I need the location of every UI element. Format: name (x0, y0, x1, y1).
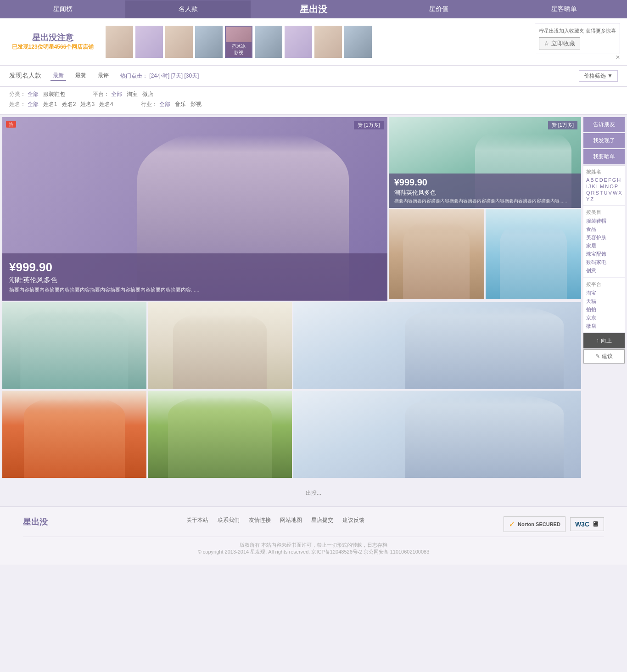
banner-close-button[interactable]: ✕ (616, 54, 620, 61)
letter-z[interactable]: Z (590, 196, 593, 202)
celebrity-photo-4[interactable] (195, 26, 223, 58)
name-3[interactable]: 姓名3 (80, 101, 95, 108)
letter-u[interactable]: U (604, 190, 608, 196)
letter-v[interactable]: V (609, 190, 612, 196)
product-card-9[interactable] (148, 391, 292, 478)
letter-e[interactable]: E (604, 177, 607, 183)
platform-weidian[interactable]: 微店 (142, 90, 153, 98)
celebrity-photo-9[interactable] (344, 26, 372, 58)
cat-digital[interactable]: 数码家电 (586, 259, 622, 266)
footer-sitemap[interactable]: 网站地图 (280, 516, 302, 524)
industry-film[interactable]: 影视 (190, 101, 202, 108)
letter-t[interactable]: T (600, 190, 603, 196)
category-clothing[interactable]: 服装鞋包 (43, 90, 65, 98)
product-card-6[interactable] (148, 302, 292, 389)
footer-feedback[interactable]: 建议反馈 (342, 516, 364, 524)
letter-x[interactable]: X (618, 190, 621, 196)
letter-i[interactable]: I (586, 184, 588, 189)
product-card-1[interactable]: 热 赞 [1万多] ¥999.90 潮鞋英伦风多色 摘要内容摘要内容摘要内容摘要… (2, 117, 387, 301)
platform-taobao[interactable]: 淘宝 (127, 90, 138, 98)
filter-tab-mostliked[interactable]: 最赞 (73, 71, 89, 81)
hot-clicks-30d[interactable]: [30天] (184, 73, 199, 79)
cat-food[interactable]: 食品 (586, 226, 622, 233)
hot-clicks-24h[interactable]: [24小时] (149, 73, 169, 79)
cat-clothing[interactable]: 服装鞋帽 (586, 218, 622, 224)
platform-all[interactable]: 全部 (111, 90, 122, 98)
suggest-button[interactable]: ✎ 建议 (583, 349, 625, 364)
price-filter-button[interactable]: 价格筛选 ▼ (579, 70, 618, 82)
product-card-8[interactable] (2, 391, 146, 478)
plat-weidian[interactable]: 微店 (586, 323, 622, 330)
product-card-5[interactable] (2, 302, 146, 389)
filter-tab-mostreviewed[interactable]: 最评 (95, 71, 111, 81)
footer-about[interactable]: 关于本站 (186, 516, 208, 524)
nav-star-value[interactable]: 星价值 (376, 0, 502, 18)
name-all[interactable]: 全部 (28, 101, 39, 108)
letter-c[interactable]: C (595, 177, 599, 183)
tell-friend-button[interactable]: 告诉朋友 (583, 117, 625, 132)
industry-all[interactable]: 全部 (159, 101, 170, 108)
filter-tab-newest[interactable]: 最新 (50, 71, 66, 81)
show-off-button[interactable]: 我要晒单 (583, 149, 625, 164)
product-card-2[interactable]: 赞 [1万多] ¥999.90 潮鞋英伦风多色 摘要内容摘要内容摘要内容摘要内容… (389, 117, 581, 208)
letter-y[interactable]: Y (586, 196, 589, 202)
letter-j[interactable]: J (588, 184, 591, 189)
letter-s[interactable]: S (596, 190, 599, 196)
industry-music[interactable]: 音乐 (175, 101, 186, 108)
letter-f[interactable]: F (608, 177, 611, 183)
celebrity-photo-8[interactable] (314, 26, 342, 58)
celebrity-photo-5-fanbing[interactable]: 范冰冰影视 (225, 26, 252, 58)
nav-star-chart[interactable]: 星闻榜 (0, 0, 125, 18)
celebrity-photo-2[interactable] (135, 26, 163, 58)
nav-celebrity[interactable]: 名人款 (125, 0, 251, 18)
celebrity-photo-1[interactable] (106, 26, 133, 58)
letter-m[interactable]: M (600, 184, 604, 189)
hot-clicks-7d[interactable]: [7天] (171, 73, 183, 79)
cat-creative[interactable]: 创意 (586, 267, 622, 274)
scroll-up-button[interactable]: ↑ 向上 (583, 333, 625, 348)
footer-contact[interactable]: 联系我们 (218, 516, 240, 524)
letter-p[interactable]: P (615, 184, 618, 189)
industry-options: 全部 音乐 影视 (159, 101, 202, 108)
cat-beauty[interactable]: 美容护肤 (586, 234, 622, 241)
product-card-10-boy[interactable] (293, 391, 582, 478)
cat-jewelry[interactable]: 珠宝配饰 (586, 251, 622, 258)
letter-q[interactable]: Q (586, 190, 590, 196)
plat-tmall[interactable]: 天猫 (586, 298, 622, 305)
cat-home[interactable]: 家居 (586, 242, 622, 249)
letter-o[interactable]: O (610, 184, 614, 189)
plat-taobao[interactable]: 淘宝 (586, 290, 622, 297)
product-card-3[interactable] (389, 209, 484, 299)
letter-w[interactable]: W (613, 190, 617, 196)
letter-a[interactable]: A (586, 177, 589, 183)
letter-g[interactable]: G (612, 177, 616, 183)
category-all[interactable]: 全部 (28, 90, 39, 98)
nav-fan-order[interactable]: 星客晒单 (502, 0, 627, 18)
load-more: 出没... (0, 480, 627, 506)
plat-jd[interactable]: 京东 (586, 314, 622, 321)
i-found-button[interactable]: 我发现了 (583, 133, 625, 148)
letter-n[interactable]: N (605, 184, 609, 189)
name-4[interactable]: 姓名4 (99, 101, 113, 108)
category-row: 分类： 全部 服装鞋包 平台： 全部 淘宝 微店 (9, 90, 618, 98)
celebrity-photo-7[interactable] (285, 26, 312, 58)
product-name-2: 潮鞋英伦风多色 (394, 189, 576, 197)
celebrity-photo-6[interactable] (255, 26, 282, 58)
letter-r[interactable]: R (591, 190, 595, 196)
letter-d[interactable]: D (599, 177, 603, 183)
footer-store-submit[interactable]: 星店提交 (311, 516, 333, 524)
celebrity-photo-3[interactable] (165, 26, 193, 58)
product-card-7-boy[interactable] (293, 302, 582, 389)
letter-k[interactable]: K (592, 184, 595, 189)
plat-paipai[interactable]: 拍拍 (586, 306, 622, 313)
letter-l[interactable]: L (596, 184, 599, 189)
product-price-2: ¥999.90 (394, 177, 576, 188)
footer-friendly-link[interactable]: 友情连接 (249, 516, 271, 524)
letter-b[interactable]: B (590, 177, 593, 183)
nav-logo[interactable]: 星出没 (251, 0, 376, 20)
collect-button[interactable]: ☆ 立即收藏 (539, 37, 580, 50)
product-card-4[interactable] (486, 209, 581, 299)
letter-h[interactable]: H (617, 177, 621, 183)
name-1[interactable]: 姓名1 (43, 101, 57, 108)
name-2[interactable]: 姓名2 (62, 101, 76, 108)
